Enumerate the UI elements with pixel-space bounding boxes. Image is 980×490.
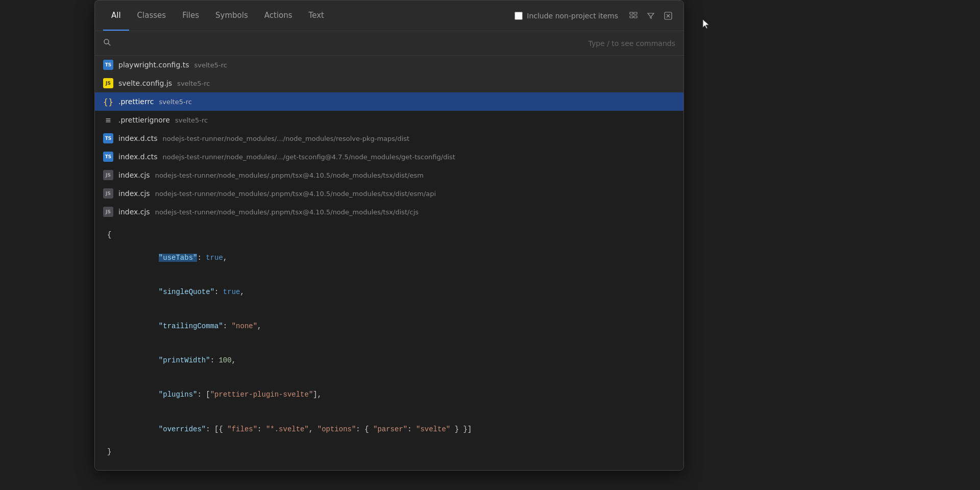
svg-rect-3 (634, 16, 637, 18)
file-name: svelte.config.js (118, 79, 172, 87)
svg-line-8 (108, 43, 110, 45)
result-item-playwright[interactable]: TS playwright.config.ts svelte5-rc (95, 56, 683, 74)
expand-icon-btn[interactable] (626, 9, 641, 23)
filter-icon-btn[interactable] (644, 9, 658, 23)
file-path: nodejs-test-runner/node_modules/.../get-… (163, 153, 455, 161)
code-line-trailingComma: "trailingComma": "none", (107, 309, 671, 344)
file-icon-ignore: ≡ (103, 115, 113, 125)
search-bar: Type / to see commands (95, 31, 683, 56)
search-placeholder: Type / to see commands (589, 39, 675, 47)
search-input[interactable] (115, 39, 589, 47)
file-name: playwright.config.ts (118, 61, 189, 69)
file-path: svelte5-rc (177, 80, 210, 87)
result-item-svelte-config[interactable]: JS svelte.config.js svelte5-rc (95, 74, 683, 92)
file-path: nodejs-test-runner/node_modules/.../node… (163, 135, 410, 142)
file-path: svelte5-rc (194, 61, 227, 69)
result-item-index-cjs-1[interactable]: JS index.cjs nodejs-test-runner/node_mod… (95, 166, 683, 184)
code-line-printWidth: "printWidth": 100, (107, 344, 671, 378)
file-icon-json: {} (103, 96, 113, 107)
file-icon-js: JS (103, 78, 113, 88)
tab-all[interactable]: All (103, 1, 129, 31)
code-line-close: } (107, 446, 671, 457)
file-path: nodejs-test-runner/node_modules/.pnpm/ts… (155, 190, 436, 198)
file-path: nodejs-test-runner/node_modules/.pnpm/ts… (155, 172, 424, 179)
result-item-prettierrc[interactable]: {} .prettierrc svelte5-rc (95, 92, 683, 111)
include-non-project-checkbox[interactable] (514, 12, 523, 20)
file-icon-cjs: JS (103, 170, 113, 180)
code-line-overrides: "overrides": [{ "files": "*.svelte", "op… (107, 412, 671, 446)
file-name: .prettierignore (118, 116, 170, 124)
expand-icon (629, 12, 638, 20)
file-name: index.cjs (118, 171, 150, 179)
file-name: index.cjs (118, 189, 150, 198)
result-item-index-d-cts-1[interactable]: TS index.d.cts nodejs-test-runner/node_m… (95, 129, 683, 148)
tab-bar: All Classes Files Symbols Actions Text I… (95, 1, 683, 31)
file-name: index.d.cts (118, 134, 158, 142)
close-icon (664, 12, 672, 20)
result-item-index-cjs-2[interactable]: JS index.cjs nodejs-test-runner/node_mod… (95, 184, 683, 203)
toolbar-icons (626, 9, 675, 23)
include-non-project-container: Include non-project items (514, 12, 618, 20)
search-overlay: All Classes Files Symbols Actions Text I… (94, 0, 684, 471)
file-path: svelte5-rc (175, 116, 208, 124)
file-icon-cjs: JS (103, 207, 113, 217)
results-list: TS playwright.config.ts svelte5-rc JS sv… (95, 56, 683, 221)
tab-text[interactable]: Text (301, 1, 332, 31)
tab-files[interactable]: Files (174, 1, 207, 31)
result-item-prettierignore[interactable]: ≡ .prettierignore svelte5-rc (95, 111, 683, 129)
svg-rect-1 (630, 16, 633, 18)
result-item-index-d-cts-2[interactable]: TS index.d.cts nodejs-test-runner/node_m… (95, 148, 683, 166)
file-icon-ts: TS (103, 133, 113, 143)
file-icon-ts: TS (103, 152, 113, 162)
code-line-open: { (107, 229, 671, 240)
include-non-project-label: Include non-project items (527, 12, 618, 20)
file-icon-cjs: JS (103, 188, 113, 199)
code-preview: { "useTabs": true, "singleQuote": true, … (95, 221, 683, 470)
tab-classes[interactable]: Classes (129, 1, 175, 31)
cursor (702, 18, 712, 33)
svg-rect-2 (634, 12, 637, 14)
file-name: index.cjs (118, 208, 150, 216)
file-name: .prettierrc (118, 97, 154, 106)
search-icon (103, 38, 111, 48)
code-line-singleQuote: "singleQuote": true, (107, 275, 671, 309)
svg-point-7 (104, 39, 109, 44)
tab-actions[interactable]: Actions (256, 1, 301, 31)
filter-icon (647, 12, 655, 20)
file-path: svelte5-rc (159, 98, 192, 106)
file-name: index.d.cts (118, 153, 158, 161)
tab-symbols[interactable]: Symbols (207, 1, 256, 31)
code-line-plugins: "plugins": ["prettier-plugin-svelte"], (107, 378, 671, 412)
file-path: nodejs-test-runner/node_modules/.pnpm/ts… (155, 208, 419, 216)
svg-rect-0 (630, 12, 633, 14)
close-icon-btn[interactable] (661, 9, 675, 23)
file-icon-ts: TS (103, 60, 113, 70)
code-line-useTabs: "useTabs": true, (107, 240, 671, 275)
result-item-index-cjs-3[interactable]: JS index.cjs nodejs-test-runner/node_mod… (95, 203, 683, 221)
